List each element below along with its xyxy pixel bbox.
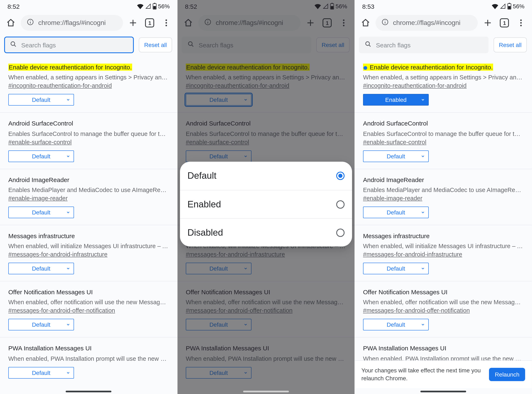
relaunch-button[interactable]: Relaunch	[489, 368, 525, 381]
gesture-bar	[66, 391, 111, 392]
browser-toolbar: chrome://flags/#incogni 1	[0, 12, 177, 33]
home-button[interactable]	[359, 16, 372, 30]
flag-anchor-link[interactable]: #enable-surface-control	[8, 139, 169, 145]
flag-state-value: Default	[32, 321, 51, 328]
chevron-down-icon	[421, 265, 425, 272]
flag-title: Enable device reauthentication for Incog…	[8, 64, 132, 71]
status-bar: 8:52 56%	[0, 0, 177, 12]
flag-anchor-link[interactable]: #incognito-reauthentication-for-android	[363, 83, 524, 89]
flag-description: Enables SurfaceControl to manage the buf…	[8, 130, 169, 137]
flag-state-select[interactable]: Default	[8, 263, 74, 274]
cell-icon	[500, 3, 506, 9]
radio-icon	[336, 228, 345, 237]
page-info-icon[interactable]	[381, 18, 389, 27]
flags-subbar: Reset all	[0, 33, 177, 57]
svg-line-38	[369, 45, 371, 47]
tab-count: 1	[500, 18, 509, 27]
flag-description: When enabled, will initialize Messages U…	[363, 243, 524, 249]
flag-anchor-link[interactable]: #messages-for-android-infrastructure	[363, 251, 524, 258]
flag-description: When enabled, a setting appears in Setti…	[8, 74, 169, 81]
new-tab-button[interactable]	[127, 16, 140, 30]
page-info-icon[interactable]	[27, 18, 34, 27]
search-input[interactable]	[21, 41, 129, 48]
flag-title: Messages infrastructure	[8, 232, 169, 240]
status-bar: 8:53 56%	[355, 0, 532, 12]
chevron-down-icon	[421, 321, 425, 328]
flag-anchor-link[interactable]: #messages-for-android-offer-notification	[363, 307, 524, 314]
flag-state-select[interactable]: Default	[8, 207, 74, 218]
flag-anchor-link[interactable]: #enable-surface-control	[363, 139, 524, 145]
flag-state-select[interactable]: Default	[8, 150, 74, 162]
flag-state-select[interactable]: Default	[8, 319, 74, 331]
tab-switcher-button[interactable]: 1	[143, 16, 156, 30]
overflow-menu-button[interactable]	[515, 16, 528, 30]
flag-description: When enabled, will initialize Messages U…	[8, 243, 169, 249]
option-label: Enabled	[187, 199, 221, 210]
search-input[interactable]	[376, 41, 483, 48]
flag-state-value: Default	[387, 321, 405, 328]
flag-anchor-link[interactable]: #enable-image-reader	[363, 195, 524, 202]
option-row[interactable]: Disabled	[180, 218, 352, 246]
svg-point-37	[366, 42, 369, 46]
option-row[interactable]: Enabled	[180, 190, 352, 218]
svg-point-31	[385, 20, 386, 21]
flag-anchor-link[interactable]: #messages-for-android-offer-notification	[8, 307, 169, 314]
flag-state-value: Default	[32, 209, 51, 216]
flag-title: Android SurfaceControl	[8, 119, 169, 128]
chevron-down-icon	[66, 97, 70, 103]
flag-state-value: Enabled	[385, 97, 407, 103]
omnibox[interactable]: chrome://flags/#incogni	[376, 15, 478, 31]
flag-item: Enable device reauthentication for Incog…	[355, 57, 532, 106]
svg-rect-1	[154, 6, 156, 9]
search-flags-field[interactable]	[4, 36, 134, 53]
tab-switcher-button[interactable]: 1	[498, 16, 511, 30]
chevron-down-icon	[421, 153, 425, 159]
flag-state-select[interactable]: Default	[363, 263, 429, 274]
flag-state-select[interactable]: Default	[8, 94, 74, 106]
option-row[interactable]: Default	[180, 162, 352, 190]
flag-item: Messages infrastructure When enabled, wi…	[0, 225, 177, 275]
flag-item: Messages infrastructure When enabled, wi…	[355, 225, 532, 275]
flag-state-select[interactable]: Default	[363, 319, 429, 331]
flag-description: When enabled, offer notification will us…	[8, 299, 169, 306]
search-icon	[364, 40, 372, 49]
flag-title: PWA Installation Messages UI	[8, 344, 169, 353]
flag-description: When enabled, PWA Installation prompt wi…	[8, 355, 169, 362]
relaunch-bar: Your changes will take effect the next t…	[355, 360, 532, 388]
flag-item: Offer Notification Messages UI When enab…	[355, 281, 532, 331]
flag-state-value: Default	[32, 369, 51, 376]
home-button[interactable]	[4, 16, 17, 30]
relaunch-message: Your changes will take effect the next t…	[362, 367, 483, 382]
flag-item: Android ImageReader Enables MediaPlayer …	[355, 169, 532, 218]
flag-item: Enable device reauthentication for Incog…	[0, 57, 177, 106]
svg-point-9	[166, 22, 167, 23]
chevron-down-icon	[421, 97, 425, 103]
flag-item: Android SurfaceControl Enables SurfaceCo…	[0, 112, 177, 162]
flag-state-value: Default	[387, 209, 405, 216]
omnibox[interactable]: chrome://flags/#incogni	[21, 15, 123, 31]
reset-all-button[interactable]: Reset all	[139, 37, 172, 52]
flag-title: Android ImageReader	[8, 176, 169, 184]
flag-item: Offer Notification Messages UI When enab…	[0, 281, 177, 331]
overflow-menu-button[interactable]	[160, 16, 173, 30]
flag-anchor-link[interactable]: #incognito-reauthentication-for-android	[8, 83, 169, 89]
new-tab-button[interactable]	[481, 16, 495, 30]
flag-state-value: Default	[32, 153, 51, 159]
svg-rect-27	[508, 6, 511, 9]
svg-rect-2	[154, 3, 155, 4]
chevron-down-icon	[66, 153, 70, 159]
flag-anchor-link[interactable]: #enable-image-reader	[8, 195, 169, 202]
flag-title: Android SurfaceControl	[363, 119, 524, 128]
reset-all-button[interactable]: Reset all	[494, 37, 527, 52]
svg-point-10	[166, 25, 167, 26]
search-flags-field[interactable]	[359, 36, 489, 53]
flag-state-select[interactable]: Default	[363, 207, 429, 218]
chevron-down-icon	[66, 369, 70, 376]
flag-state-select[interactable]: Default	[8, 367, 74, 378]
flag-state-select[interactable]: Enabled	[363, 94, 429, 106]
flag-anchor-link[interactable]: #messages-for-android-infrastructure	[8, 251, 169, 258]
flag-item: Android ImageReader Enables MediaPlayer …	[0, 169, 177, 218]
flag-state-select[interactable]: Default	[363, 150, 429, 162]
status-time: 8:53	[362, 3, 374, 10]
flags-list: Enable device reauthentication for Incog…	[355, 57, 532, 394]
